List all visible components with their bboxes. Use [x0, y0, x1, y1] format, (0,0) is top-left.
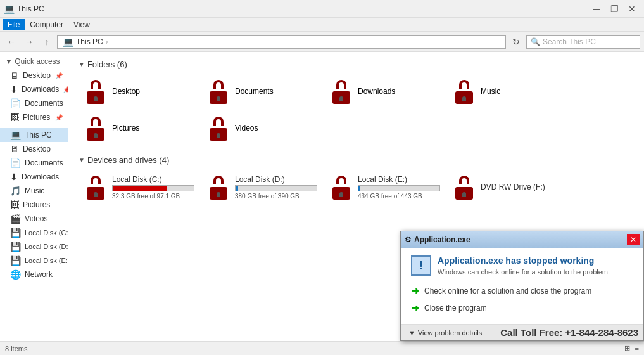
thispc-icon: 💻: [10, 130, 21, 140]
sidebar-item-diskd[interactable]: 💾 Local Disk (D:): [0, 240, 68, 254]
sidebar-item-diske[interactable]: 💾 Local Disk (E:): [0, 254, 68, 268]
sidebar-item-documents[interactable]: 📄 Documents: [0, 156, 68, 170]
sidebar-item-pictures-qa[interactable]: 🖼 Pictures 📌: [0, 110, 68, 124]
quick-access-header[interactable]: ▼ Quick access: [0, 55, 68, 68]
sidebar-label: Documents: [25, 158, 63, 167]
dialog-header-row: ! Application.exe has stopped working Wi…: [411, 255, 633, 276]
path-text: This PC: [76, 37, 103, 46]
folder-item-documents[interactable]: Documents: [201, 74, 322, 108]
lock-icon-f: [453, 174, 476, 200]
title-bar-controls: ─ ❐ ✕: [588, 3, 640, 15]
music-icon: 🎵: [10, 186, 21, 196]
sidebar-item-pictures[interactable]: 🖼 Pictures: [0, 198, 68, 212]
sidebar-label: Pictures: [23, 113, 50, 122]
arrow-icon-2: ➜: [411, 302, 419, 314]
drive-item-e[interactable]: Local Disk (E:) 434 GB free of 443 GB: [324, 170, 445, 204]
folder-item-videos[interactable]: Videos: [201, 111, 322, 145]
title-bar-title: This PC: [17, 4, 44, 13]
sidebar-label: Local Disk (D:): [25, 243, 68, 250]
drive-item-f[interactable]: DVD RW Drive (F:): [447, 170, 567, 204]
sidebar-item-diskc[interactable]: 💾 Local Disk (C:): [0, 226, 68, 240]
menu-file[interactable]: File: [3, 19, 25, 30]
drive-name-f: DVD RW Drive (F:): [481, 183, 545, 191]
sidebar-label: Local Disk (C:): [25, 229, 68, 236]
view-details-label: View problem details: [418, 329, 482, 337]
dialog-option1[interactable]: ➜ Check online for a solution and close …: [411, 282, 633, 299]
sidebar-item-desktop[interactable]: 🖥 Desktop: [0, 142, 68, 156]
toll-free-number: Call Toll Free: +1-844-284-8623: [489, 327, 638, 338]
lock-icon-e: [330, 174, 353, 200]
drive-item-c[interactable]: Local Disk (C:) 32.3 GB free of 97.1 GB: [79, 170, 199, 204]
sidebar-label: Desktop: [23, 71, 51, 80]
dialog-close-button[interactable]: ✕: [627, 234, 640, 245]
search-box[interactable]: 🔍 Search This PC: [526, 35, 640, 49]
pictures-icon: 🖼: [10, 112, 19, 122]
menu-computer[interactable]: Computer: [25, 19, 68, 30]
drive-name-d: Local Disk (D:): [235, 175, 317, 184]
back-button[interactable]: ←: [4, 34, 19, 49]
grid-view-icon[interactable]: ⊞: [624, 344, 630, 352]
drive-name-e: Local Disk (E:): [358, 175, 440, 184]
path-icon: 💻: [63, 37, 73, 47]
sidebar-item-music[interactable]: 🎵 Music: [0, 184, 68, 198]
sidebar-label: Local Disk (E:): [25, 257, 68, 264]
arrow-icon-1: ➜: [411, 285, 419, 297]
folders-grid: Desktop Documents: [79, 74, 634, 145]
drive-item-d[interactable]: Local Disk (D:) 380 GB free of 390 GB: [201, 170, 322, 204]
lock-icon-desktop: [84, 79, 107, 104]
downloads-icon2: ⬇: [10, 172, 18, 182]
sidebar-item-thispc[interactable]: 💻 This PC: [0, 128, 68, 142]
sidebar-item-downloads[interactable]: ⬇ Downloads: [0, 170, 68, 184]
drive-free-d: 380 GB free of 390 GB: [235, 193, 317, 200]
dialog-messages: Application.exe has stopped working Wind…: [438, 255, 610, 276]
error-dialog: ⚙ Application.exe ✕ ! Application.exe ha…: [400, 231, 644, 341]
pin-icon: 📌: [63, 86, 68, 93]
up-button[interactable]: ↑: [39, 34, 54, 49]
sidebar-item-desktop-qa[interactable]: 🖥 Desktop 📌: [0, 68, 68, 82]
folder-name-pictures: Pictures: [112, 124, 139, 132]
drive-info-d: Local Disk (D:) 380 GB free of 390 GB: [235, 175, 317, 200]
view-details-button[interactable]: ▼ View problem details: [406, 328, 484, 338]
title-bar: 💻 This PC ─ ❐ ✕: [0, 0, 644, 18]
sidebar-label: Documents: [25, 99, 63, 108]
close-button[interactable]: ✕: [624, 3, 640, 15]
folder-name-documents: Documents: [235, 87, 274, 96]
drive-bar-fill-e: [358, 186, 360, 191]
maximize-button[interactable]: ❐: [606, 3, 622, 15]
folder-item-music[interactable]: Music: [447, 74, 567, 108]
address-bar: ← → ↑ 💻 This PC › ↻ 🔍 Search This PC: [0, 32, 644, 52]
minimize-button[interactable]: ─: [588, 3, 605, 15]
address-path[interactable]: 💻 This PC ›: [57, 35, 506, 49]
documents-icon: 📄: [10, 98, 21, 108]
drive-name-c: Local Disk (C:): [112, 175, 194, 184]
sidebar-label: Network: [25, 270, 53, 279]
folder-item-pictures[interactable]: Pictures: [79, 111, 199, 145]
forward-button[interactable]: →: [22, 34, 37, 49]
menu-view[interactable]: View: [68, 19, 95, 30]
refresh-button[interactable]: ↻: [508, 34, 524, 49]
dialog-title-icon: ⚙: [405, 235, 412, 244]
sidebar-item-downloads-qa[interactable]: ⬇ Downloads 📌: [0, 82, 68, 96]
list-view-icon[interactable]: ≡: [635, 344, 639, 352]
view-details-chevron-icon: ▼: [408, 329, 415, 337]
lock-icon-c: [84, 174, 107, 200]
sidebar-item-documents-qa[interactable]: 📄 Documents 📌: [0, 96, 68, 110]
dialog-sub-message: Windows can check online for a solution …: [438, 268, 610, 276]
folder-name-downloads: Downloads: [358, 87, 395, 96]
sidebar-label: Pictures: [23, 200, 50, 209]
folders-chevron-icon: ▼: [79, 61, 85, 68]
network-icon: 🌐: [10, 269, 21, 280]
drives-chevron-icon: ▼: [79, 157, 85, 164]
sidebar-item-network[interactable]: 🌐 Network: [0, 268, 68, 281]
drive-bar-fill-d: [236, 186, 238, 191]
desktop-icon: 🖥: [10, 70, 19, 81]
dialog-body: ! Application.exe has stopped working Wi…: [401, 248, 643, 324]
pictures-icon2: 🖼: [10, 200, 19, 210]
folder-item-desktop[interactable]: Desktop: [79, 74, 199, 108]
dialog-option2[interactable]: ➜ Close the program: [411, 299, 633, 316]
sidebar-item-videos[interactable]: 🎬 Videos: [0, 212, 68, 226]
folders-section-header[interactable]: ▼ Folders (6): [79, 60, 634, 69]
status-items-count: 8 items: [5, 345, 27, 352]
folder-item-downloads[interactable]: Downloads: [324, 74, 445, 108]
drives-section-header[interactable]: ▼ Devices and drives (4): [79, 155, 634, 165]
